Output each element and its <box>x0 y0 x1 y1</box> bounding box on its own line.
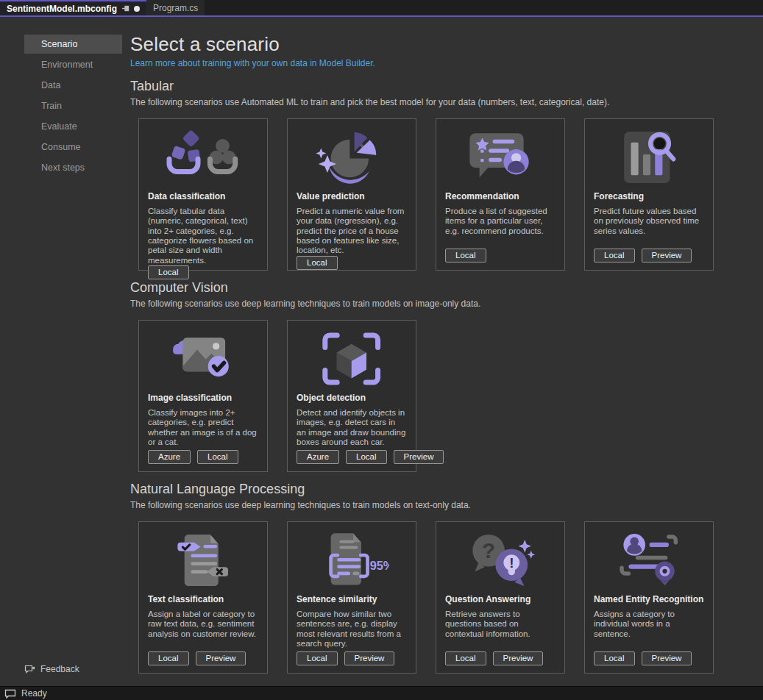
scenario-card-named-entity-recognition[interactable]: Named Entity Recognition Assigns a categ… <box>584 521 714 674</box>
local-button[interactable]: Local <box>346 450 387 464</box>
status-message-icon <box>4 689 16 699</box>
card-title: Sentence similarity <box>297 594 407 604</box>
card-title: Recommendation <box>445 191 556 201</box>
section-description: The following scenarios use deep learnin… <box>130 500 763 510</box>
scenario-card-object-detection[interactable]: Object detection Detect and identify obj… <box>287 320 416 472</box>
card-title: Image classification <box>148 393 258 403</box>
local-button[interactable]: Local <box>445 249 486 262</box>
local-button[interactable]: Local <box>297 256 338 270</box>
feedback-button[interactable]: Feedback <box>24 664 129 674</box>
card-description: Assigns a category to individual words i… <box>594 610 704 639</box>
card-description: Compare how similar two sentences are, e… <box>297 610 407 649</box>
text-classification-icon <box>148 530 258 590</box>
tab-label: Program.cs <box>153 3 198 13</box>
scenario-card-forecasting[interactable]: Forecasting Predict future values based … <box>584 118 714 271</box>
local-button[interactable]: Local <box>148 265 189 279</box>
sidebar-item-data[interactable]: Data <box>24 76 122 95</box>
svg-text:95%: 95% <box>370 559 389 572</box>
feedback-icon <box>24 665 35 674</box>
card-description: Detect and identify objects in images, e… <box>297 408 407 447</box>
preview-button[interactable]: Preview <box>493 651 544 665</box>
card-title: Object detection <box>297 393 407 403</box>
card-description: Predict a numeric value from your data (… <box>297 207 407 256</box>
local-button[interactable]: Local <box>445 651 486 665</box>
image-classification-icon <box>148 329 258 389</box>
azure-button[interactable]: Azure <box>148 450 191 464</box>
scenario-card-data-classification[interactable]: Data classification Classify tabular dat… <box>138 118 268 271</box>
preview-button[interactable]: Preview <box>196 651 246 665</box>
local-button[interactable]: Local <box>594 249 635 262</box>
scenario-card-question-answering[interactable]: ? ! <box>436 521 565 674</box>
preview-button[interactable]: Preview <box>642 651 692 665</box>
card-description: Assign a label or category to raw text d… <box>148 610 258 639</box>
tab-label: SentimentModel.mbconfig <box>7 4 117 14</box>
named-entity-recognition-icon <box>594 530 704 590</box>
tab-sentimentmodel-mbconfig[interactable]: SentimentModel.mbconfig <box>0 0 146 15</box>
scenario-card-recommendation[interactable]: Recommendation Produce a list of suggest… <box>436 118 565 271</box>
feedback-label: Feedback <box>40 664 79 674</box>
card-description: Classify tabular data (numeric, categori… <box>148 207 258 265</box>
local-button[interactable]: Local <box>197 450 238 464</box>
card-description: Produce a list of suggested items for a … <box>445 207 556 236</box>
wizard-step-sidebar: Scenario Environment Data Train Evaluate… <box>0 17 129 686</box>
value-prediction-icon <box>297 127 407 188</box>
section-title: Natural Language Processing <box>130 482 763 497</box>
scenario-card-text-classification[interactable]: Text classification Assign a label or ca… <box>138 521 268 674</box>
pin-icon[interactable] <box>121 4 129 12</box>
section-title: Computer Vision <box>130 280 763 296</box>
page-title: Select a scenario <box>130 33 763 56</box>
card-title: Text classification <box>148 594 258 604</box>
object-detection-icon <box>297 329 407 389</box>
card-description: Predict future values based on previousl… <box>594 207 704 236</box>
learn-more-link[interactable]: Learn more about training with your own … <box>130 58 375 68</box>
section-tabular: Tabular The following scenarios use Auto… <box>130 79 763 271</box>
sidebar-item-next-steps[interactable]: Next steps <box>24 158 122 177</box>
card-title: Forecasting <box>594 191 704 201</box>
preview-button[interactable]: Preview <box>344 651 395 665</box>
card-description: Retrieve answers to questions based on c… <box>445 610 556 639</box>
status-bar: Ready <box>0 686 763 700</box>
recommendation-icon <box>445 127 556 188</box>
document-tab-bar: SentimentModel.mbconfig Program.cs <box>0 0 763 17</box>
sidebar-item-train[interactable]: Train <box>24 96 122 115</box>
section-title: Tabular <box>130 79 763 94</box>
forecasting-icon <box>594 127 704 188</box>
local-button[interactable]: Local <box>297 651 338 665</box>
scenario-card-value-prediction[interactable]: Value prediction Predict a numeric value… <box>287 118 416 271</box>
scenario-card-image-classification[interactable]: Image classification Classify images int… <box>138 320 268 472</box>
tab-program-cs[interactable]: Program.cs <box>146 0 205 15</box>
sidebar-item-scenario[interactable]: Scenario <box>24 35 122 54</box>
card-description: Classify images into 2+ categories, e.g.… <box>148 408 258 447</box>
card-title: Named Entity Recognition <box>594 594 704 604</box>
card-title: Data classification <box>148 191 258 201</box>
section-nlp: Natural Language Processing The followin… <box>130 482 763 674</box>
azure-button[interactable]: Azure <box>297 450 339 464</box>
data-classification-icon <box>148 127 258 188</box>
local-button[interactable]: Local <box>148 651 189 665</box>
section-description: The following scenarios use deep learnin… <box>130 299 763 309</box>
card-title: Value prediction <box>297 191 407 201</box>
svg-text:!: ! <box>509 555 514 571</box>
card-title: Question Answering <box>445 594 556 604</box>
scenario-card-sentence-similarity[interactable]: 95% Sentence similarity Compare how simi… <box>287 521 416 674</box>
sidebar-item-evaluate[interactable]: Evaluate <box>24 117 122 136</box>
sidebar-item-environment[interactable]: Environment <box>24 55 122 74</box>
section-computer-vision: Computer Vision The following scenarios … <box>130 280 763 472</box>
model-builder-window: SentimentModel.mbconfig Program.cs Scena… <box>0 0 763 700</box>
sidebar-item-consume[interactable]: Consume <box>24 138 122 157</box>
preview-button[interactable]: Preview <box>642 249 692 262</box>
scenario-page: Select a scenario Learn more about train… <box>129 17 763 686</box>
sentence-similarity-icon: 95% <box>297 530 407 590</box>
unsaved-changes-icon[interactable] <box>134 6 140 12</box>
section-description: The following scenarios use Automated ML… <box>130 97 763 107</box>
svg-text:?: ? <box>482 538 495 562</box>
question-answering-icon: ? ! <box>445 530 556 590</box>
status-ready-label: Ready <box>21 688 47 699</box>
preview-button[interactable]: Preview <box>394 450 444 464</box>
local-button[interactable]: Local <box>594 651 635 665</box>
